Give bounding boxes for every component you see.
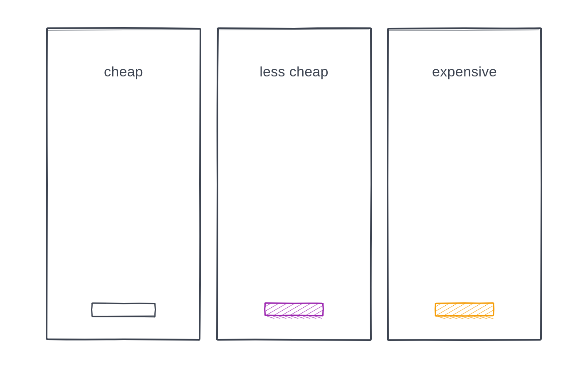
pricing-card-expensive: expensive bbox=[385, 26, 544, 342]
card-title: less cheap bbox=[259, 64, 329, 80]
ad-slot-orange-icon bbox=[427, 302, 502, 319]
pricing-card-less-cheap: less cheap bbox=[215, 26, 373, 342]
card-title: expensive bbox=[432, 64, 497, 80]
ad-slot-purple-icon bbox=[257, 302, 331, 319]
pricing-card-cheap: cheap bbox=[44, 26, 203, 342]
ad-slot-empty-icon bbox=[86, 302, 161, 319]
card-title: cheap bbox=[104, 64, 143, 80]
